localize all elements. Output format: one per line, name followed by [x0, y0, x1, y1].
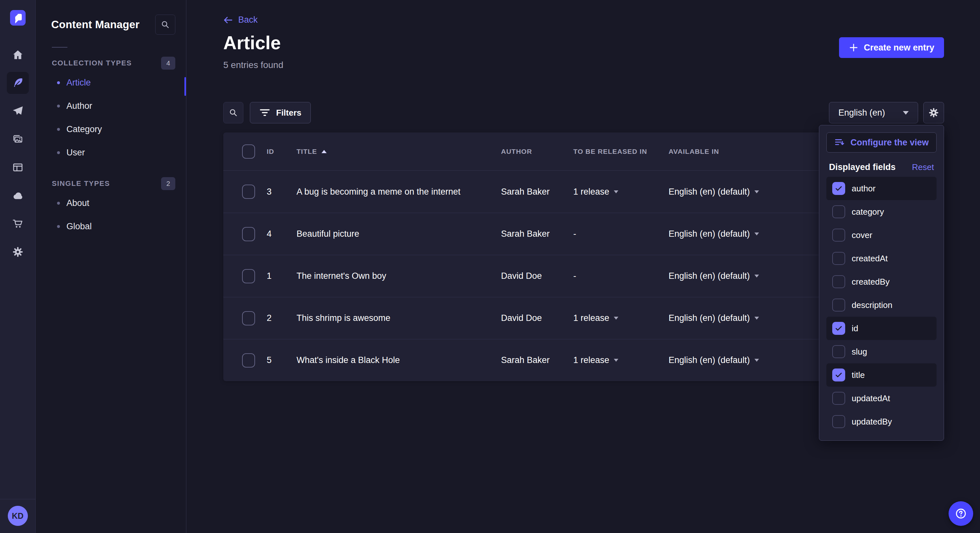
release-label: 1 release [573, 187, 609, 197]
content-manager-feather-icon[interactable] [7, 72, 29, 94]
releases-paper-plane-icon[interactable] [7, 100, 29, 122]
section-count-badge: 2 [161, 177, 175, 190]
column-header-author[interactable]: AUTHOR [501, 148, 573, 155]
field-toggle-row[interactable]: author [826, 177, 937, 200]
subnav-item-label: Category [67, 124, 102, 134]
chevron-down-icon[interactable] [754, 190, 759, 194]
chevron-down-icon[interactable] [754, 233, 759, 235]
field-checkbox[interactable] [832, 345, 845, 358]
configure-the-view-button[interactable]: Configure the view [826, 132, 937, 152]
field-toggle-row[interactable]: description [826, 293, 937, 317]
cell-author: Sarah Baker [501, 187, 573, 197]
cell-author: Sarah Baker [501, 355, 573, 365]
search-icon [229, 108, 238, 117]
cell-author: David Doe [501, 313, 573, 323]
bullet-icon [57, 81, 60, 84]
field-checkbox[interactable] [832, 322, 845, 335]
available-in-label: English (en) (default) [668, 271, 750, 281]
table-search-button[interactable] [223, 102, 243, 124]
field-toggle-row[interactable]: id [826, 317, 937, 340]
field-toggle-row[interactable]: createdBy [826, 270, 937, 293]
chevron-down-icon[interactable] [754, 359, 759, 362]
subnav-item[interactable]: Article [36, 71, 186, 94]
displayed-fields-title: Displayed fields [829, 162, 896, 172]
subnav-search-button[interactable] [155, 14, 175, 35]
filters-button[interactable]: Filters [250, 102, 311, 124]
field-toggle-row[interactable]: updatedBy [826, 410, 937, 433]
back-label: Back [238, 15, 258, 25]
subnav-item[interactable]: Global [36, 215, 186, 238]
select-all-checkbox[interactable] [242, 144, 255, 159]
subnav-item[interactable]: Category [36, 117, 186, 141]
column-header-id[interactable]: ID [267, 148, 296, 155]
home-icon[interactable] [7, 44, 29, 66]
cell-id: 5 [267, 355, 296, 365]
field-label: cover [852, 230, 872, 240]
field-checkbox[interactable] [832, 298, 845, 311]
field-label: slug [852, 347, 867, 357]
subnav-scrollbar-thumb[interactable] [185, 77, 186, 96]
row-checkbox[interactable] [242, 353, 255, 368]
subnav-item[interactable]: About [36, 191, 186, 215]
cell-to-be-released-in: 1 release [573, 187, 668, 197]
release-label: - [573, 229, 576, 239]
field-label: title [852, 370, 865, 380]
bullet-icon [57, 128, 60, 131]
view-settings-button[interactable] [923, 102, 944, 124]
field-checkbox[interactable] [832, 182, 845, 195]
field-toggle-row[interactable]: createdAt [826, 247, 937, 270]
cell-to-be-released-in: - [573, 271, 668, 281]
create-new-entry-button[interactable]: Create new entry [839, 37, 944, 58]
subnav-item[interactable]: Author [36, 94, 186, 117]
field-checkbox[interactable] [832, 368, 845, 381]
reset-link[interactable]: Reset [912, 162, 934, 172]
row-checkbox[interactable] [242, 311, 255, 325]
gear-icon [928, 107, 939, 118]
row-checkbox[interactable] [242, 227, 255, 241]
row-checkbox[interactable] [242, 185, 255, 199]
content-type-builder-layout-icon[interactable] [7, 156, 29, 178]
cell-author: Sarah Baker [501, 229, 573, 239]
available-in-label: English (en) (default) [668, 187, 750, 197]
marketplace-cart-icon[interactable] [7, 213, 29, 235]
field-checkbox[interactable] [832, 228, 845, 241]
user-avatar[interactable]: KD [8, 506, 28, 526]
field-toggle-row[interactable]: category [826, 200, 937, 224]
collection-types-section: COLLECTION TYPES 4 Article Author Catego… [36, 56, 186, 164]
subnav-item-label: User [67, 148, 85, 158]
content-manager-subnav: Content Manager COLLECTION TYPES 4 Artic… [36, 0, 186, 533]
field-toggle-row[interactable]: slug [826, 340, 937, 363]
column-header-title[interactable]: TITLE [296, 148, 501, 155]
release-label: 1 release [573, 313, 609, 323]
check-icon [835, 184, 843, 193]
deploy-cloud-icon[interactable] [7, 185, 29, 206]
subnav-item[interactable]: User [36, 141, 186, 164]
field-checkbox[interactable] [832, 415, 845, 428]
strapi-logo[interactable] [10, 10, 25, 25]
field-checkbox[interactable] [832, 205, 845, 218]
help-button[interactable] [948, 501, 973, 526]
cell-id: 2 [267, 313, 296, 323]
chevron-down-icon[interactable] [614, 317, 618, 320]
section-label: SINGLE TYPES [52, 179, 110, 188]
field-checkbox[interactable] [832, 392, 845, 405]
cell-id: 3 [267, 187, 296, 197]
row-checkbox[interactable] [242, 269, 255, 283]
subnav-item-label: Author [67, 101, 92, 111]
check-icon [835, 324, 843, 333]
field-checkbox[interactable] [832, 275, 845, 288]
subnav-divider [52, 47, 67, 48]
field-toggle-row[interactable]: title [826, 363, 937, 387]
chevron-down-icon[interactable] [754, 317, 759, 320]
settings-gear-icon[interactable] [7, 241, 29, 263]
field-checkbox[interactable] [832, 252, 845, 265]
back-link[interactable]: Back [223, 15, 258, 25]
field-toggle-row[interactable]: cover [826, 224, 937, 247]
field-toggle-row[interactable]: updatedAt [826, 387, 937, 410]
column-header-to-be-released-in[interactable]: TO BE RELEASED IN [573, 148, 668, 155]
chevron-down-icon[interactable] [614, 359, 618, 362]
chevron-down-icon[interactable] [754, 274, 759, 278]
locale-select[interactable]: English (en) [829, 102, 918, 124]
chevron-down-icon[interactable] [614, 190, 618, 194]
media-library-images-icon[interactable] [7, 128, 29, 150]
